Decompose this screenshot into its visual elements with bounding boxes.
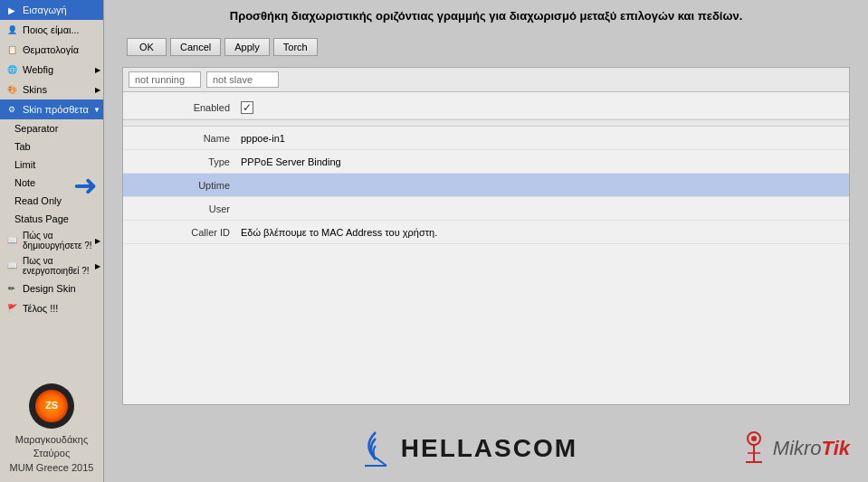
book-icon-1: 📖: [5, 233, 19, 248]
sidebar-item-telos[interactable]: 🚩 Τέλος !!!: [0, 298, 103, 318]
label-caller-id: Caller ID: [132, 227, 241, 238]
uptime-arrow-indicator: ➜: [73, 168, 98, 203]
sidebar-item-design-skin[interactable]: ✏ Design Skin: [0, 279, 103, 298]
value-name: pppoe-in1: [241, 133, 285, 144]
sidebar-item-status-page[interactable]: Status Page: [0, 210, 103, 228]
label-type: Type: [132, 156, 241, 167]
mikrotik-logo: Mikro Tik: [739, 428, 850, 468]
submenu-arrow-pos2: ▶: [95, 262, 100, 270]
form-row-type: Type PPPoE Server Binding: [123, 150, 849, 174]
sidebar: ▶ Εισαγωγή 👤 Ποιος είμαι... 📋 Θεματολογί…: [0, 0, 104, 482]
sidebar-item-tab[interactable]: Tab: [0, 137, 103, 156]
submenu-arrow-pos1: ▶: [95, 237, 100, 245]
sidebar-item-eisagogi[interactable]: ▶ Εισαγωγή: [0, 0, 103, 20]
author-info: Μαραγκουδάκης Σταύρος MUM Greece 2015: [0, 376, 103, 482]
person-icon: 👤: [5, 23, 19, 37]
sidebar-item-poios-eimai[interactable]: 👤 Ποιος είμαι...: [0, 20, 103, 40]
book-icon-2: 📖: [5, 259, 19, 273]
author-title: Σταύρος: [7, 447, 96, 460]
form-row-uptime: ➜ Uptime: [123, 174, 849, 197]
status-slave: not slave: [206, 71, 279, 88]
palette-icon: 🎨: [5, 82, 19, 97]
form-panel: not running not slave Enabled ✓ Name ppp: [122, 67, 850, 405]
form-row-name: Name pppoe-in1: [123, 127, 849, 150]
submenu-arrow-webfig: ▶: [95, 66, 100, 74]
hellascom-signal-svg: [358, 428, 394, 468]
hellascom-text: HELLASCOM: [401, 434, 577, 463]
globe-icon: 🌐: [5, 62, 19, 77]
svg-point-3: [751, 436, 757, 441]
value-type: PPPoE Server Binding: [241, 156, 341, 167]
author-name: Μαραγκουδάκης: [7, 433, 96, 447]
pencil-icon: ✏: [5, 281, 19, 296]
hellascom-logo: HELLASCOM: [356, 426, 577, 471]
label-user: User: [132, 203, 241, 214]
arrow-icon: ▶: [5, 3, 19, 17]
clipboard-icon: 📋: [5, 43, 19, 57]
author-org: MUM Greece 2015: [7, 461, 96, 475]
form-row-caller-id: Caller ID Εδώ βλέπουμε το MAC Address το…: [123, 221, 849, 244]
mikrotik-icon: [739, 428, 770, 468]
flag-icon: 🚩: [5, 301, 19, 316]
label-name: Name: [132, 133, 241, 144]
form-row-user: User: [123, 197, 849, 221]
label-uptime: Uptime: [132, 180, 241, 191]
ok-button[interactable]: OK: [127, 38, 167, 56]
sidebar-item-skins[interactable]: 🎨 Skins ▶: [0, 80, 103, 99]
sidebar-item-pos-na-dhmiourghsete[interactable]: 📖 Πώς ναδημιουργήσετε ?! ▶: [0, 228, 103, 253]
apply-button[interactable]: Apply: [224, 38, 270, 56]
form-separator-1: [123, 119, 849, 127]
status-running: not running: [129, 71, 201, 88]
mikrotik-text-normal: Mikro: [773, 437, 822, 460]
main-content: Προσθήκη διαχωριστικής οριζόντιας γραμμή…: [104, 0, 868, 482]
sidebar-item-thematologia[interactable]: 📋 Θεματολογία: [0, 40, 103, 60]
form-rows: Enabled ✓ Name pppoe-in1 Type PPPoE Serv…: [123, 92, 849, 404]
svg-line-0: [376, 458, 386, 466]
submenu-arrow-skins: ▶: [95, 86, 100, 94]
toolbar: OK Cancel Apply Torch: [122, 34, 850, 60]
page-title: Προσθήκη διαχωριστικής οριζόντιας γραμμή…: [104, 0, 868, 30]
sidebar-item-pos-na-energopoihthei[interactable]: 📖 Πως ναενεργοποιηθεί ?! ▶: [0, 253, 103, 279]
sidebar-item-skin-prostheta[interactable]: ⚙ Skin πρόσθετα ▼: [0, 99, 103, 119]
submenu-arrow-skin-prostheta: ▼: [93, 106, 100, 114]
sidebar-item-separator[interactable]: Separator: [0, 119, 103, 137]
content-area: OK Cancel Apply Torch not running not sl…: [104, 30, 868, 414]
label-enabled: Enabled: [132, 102, 241, 113]
status-bar: not running not slave: [123, 68, 849, 92]
hellascom-icon: [356, 426, 396, 471]
gear-icon: ⚙: [5, 102, 19, 117]
sidebar-item-webfig[interactable]: 🌐 Webfig ▶: [0, 60, 103, 80]
zackshop-logo: [29, 383, 74, 429]
mikrotik-text-bold: Tik: [822, 437, 850, 460]
value-caller-id: Εδώ βλέπουμε το MAC Address του χρήστη.: [241, 227, 437, 238]
checkbox-checkmark: ✓: [243, 101, 252, 114]
torch-button[interactable]: Torch: [273, 38, 318, 56]
form-row-enabled: Enabled ✓: [123, 96, 849, 119]
bottom-bar: HELLASCOM Mikro Tik: [104, 414, 868, 482]
cancel-button[interactable]: Cancel: [170, 38, 221, 56]
enabled-checkbox[interactable]: ✓: [241, 101, 253, 114]
